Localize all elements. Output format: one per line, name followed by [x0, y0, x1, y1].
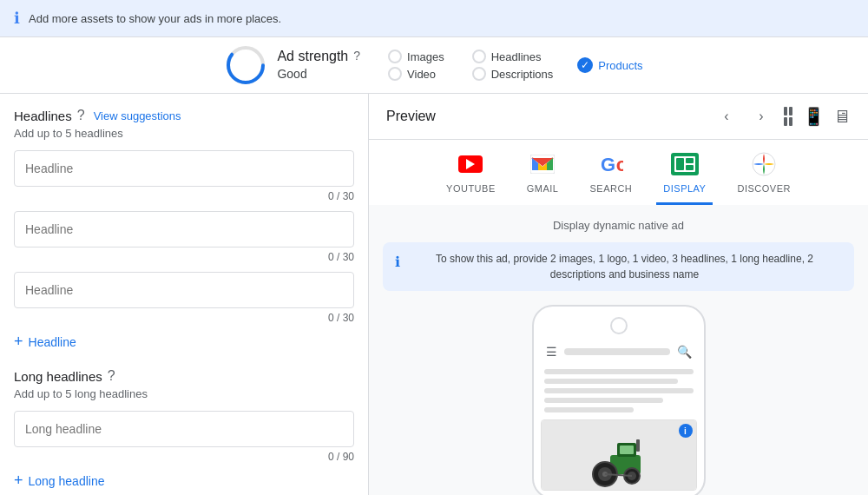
- display-label: DISPLAY: [663, 183, 706, 194]
- radio-circle-descriptions: [472, 67, 486, 81]
- content-lines: [541, 369, 697, 412]
- headlines-title: Headlines: [14, 109, 72, 123]
- headline-input-3-wrapper: [14, 272, 354, 308]
- content-line-5: [544, 407, 634, 412]
- discover-label: DISCOVER: [737, 183, 790, 194]
- headline-input-3[interactable]: [14, 272, 354, 308]
- next-arrow[interactable]: ›: [749, 104, 773, 129]
- info-box-icon: ℹ: [395, 252, 400, 273]
- content-line-4: [544, 398, 664, 403]
- long-headlines-help-icon[interactable]: ?: [108, 368, 115, 384]
- products-check: ✓ Products: [577, 57, 642, 73]
- view-suggestions-link[interactable]: View suggestions: [94, 109, 181, 122]
- left-panel: Headlines ? View suggestions Add up to 5…: [0, 94, 369, 495]
- long-headlines-subtitle: Add up to 5 long headlines: [14, 387, 354, 400]
- ad-card-image: i: [542, 420, 696, 490]
- info-icon: ℹ: [14, 9, 20, 28]
- add-long-headline-button[interactable]: + Long headline: [14, 472, 354, 490]
- platform-tabs: YOUTUBE: [369, 140, 868, 205]
- search-platform-icon: Google: [597, 150, 625, 178]
- youtube-label: YOUTUBE: [446, 183, 496, 194]
- headline-input-2[interactable]: [14, 211, 354, 248]
- products-label: Products: [598, 59, 642, 72]
- tab-display[interactable]: DISPLAY: [656, 150, 713, 205]
- gmail-icon: [529, 150, 556, 178]
- radio-descriptions[interactable]: Descriptions: [472, 67, 554, 81]
- hamburger-icon: ☰: [546, 345, 557, 359]
- grid-view-icon[interactable]: [784, 107, 792, 126]
- content-line-2: [544, 379, 679, 384]
- tab-gmail[interactable]: GMAIL: [520, 150, 566, 205]
- long-headline-input-1[interactable]: [14, 411, 354, 447]
- headline-input-1[interactable]: [14, 150, 354, 187]
- info-box: ℹ To show this ad, provide 2 images, 1 l…: [383, 242, 854, 291]
- preview-header: Preview ‹ › 📱 🖥: [369, 94, 868, 140]
- youtube-icon: [457, 150, 484, 178]
- content-line-3: [544, 388, 694, 393]
- preview-content: Display dynamic native ad ℹ To show this…: [369, 205, 868, 495]
- long-headlines-title: Long headlines: [14, 369, 102, 384]
- products-check-icon: ✓: [577, 57, 593, 73]
- phone-notch: [610, 317, 628, 334]
- radio-circle-video: [388, 67, 402, 81]
- add-headline-label: Headline: [29, 335, 76, 349]
- tractor-illustration: [584, 429, 654, 490]
- long-headlines-title-row: Long headlines ?: [14, 368, 354, 384]
- headline-input-1-wrapper: [14, 150, 354, 187]
- ad-strength-help[interactable]: ?: [353, 48, 360, 65]
- ad-strength-label: Ad strength: [277, 47, 348, 66]
- headlines-title-row: Headlines ? View suggestions: [14, 108, 354, 123]
- main-layout: Headlines ? View suggestions Add up to 5…: [0, 94, 868, 495]
- phone-search-bar: [564, 348, 670, 355]
- radio-images-label: Images: [407, 50, 444, 63]
- long-headline-1-char-count: 0 / 90: [14, 451, 354, 463]
- radio-circle-images: [388, 50, 402, 63]
- mobile-device-icon[interactable]: 📱: [803, 106, 825, 127]
- tab-search[interactable]: Google SEARCH: [582, 150, 639, 205]
- svg-rect-15: [620, 446, 634, 454]
- discover-icon: [750, 150, 778, 178]
- phone-search-icon: 🔍: [677, 345, 692, 359]
- radio-video-label: Video: [407, 68, 436, 81]
- device-icons: 📱 🖥: [803, 106, 851, 127]
- radio-circle-headlines: [472, 50, 486, 63]
- radio-images[interactable]: Images: [388, 50, 444, 63]
- prev-arrow[interactable]: ‹: [714, 104, 739, 129]
- header-bar: Ad strength ? Good Images Video Headline…: [0, 37, 868, 94]
- svg-rect-9: [676, 158, 684, 170]
- svg-rect-11: [686, 165, 694, 170]
- tab-youtube[interactable]: YOUTUBE: [439, 150, 503, 205]
- headlines-section: Headlines ? View suggestions Add up to 5…: [14, 108, 354, 351]
- add-headline-button[interactable]: + Headline: [14, 333, 354, 351]
- desktop-device-icon[interactable]: 🖥: [833, 107, 851, 127]
- ad-info-badge: i: [679, 424, 693, 438]
- radio-headlines[interactable]: Headlines: [472, 50, 554, 63]
- add-long-headline-label: Long headline: [29, 474, 105, 488]
- long-headlines-section: Long headlines ? Add up to 5 long headli…: [14, 368, 354, 490]
- radio-headlines-label: Headlines: [491, 50, 542, 63]
- tab-discover[interactable]: DISCOVER: [730, 150, 797, 205]
- top-banner: ℹ Add more assets to show your ads in mo…: [0, 0, 868, 37]
- banner-text: Add more assets to show your ads in more…: [29, 12, 281, 25]
- headline-2-char-count: 0 / 30: [14, 251, 354, 263]
- headlines-help-icon[interactable]: ?: [77, 108, 85, 123]
- radio-group-1: Images Video: [388, 50, 444, 81]
- right-panel: Preview ‹ › 📱 🖥 YOUTUBE: [369, 94, 868, 495]
- add-headline-plus: +: [14, 333, 23, 351]
- display-icon: [671, 150, 699, 178]
- radio-video[interactable]: Video: [388, 67, 444, 81]
- info-box-text: To show this ad, provide 2 images, 1 log…: [407, 251, 842, 282]
- headline-3-char-count: 0 / 30: [14, 312, 354, 324]
- gmail-label: GMAIL: [527, 183, 559, 194]
- radio-group-2: Headlines Descriptions: [472, 50, 554, 81]
- content-line-1: [544, 369, 694, 374]
- svg-rect-21: [636, 439, 640, 452]
- phone-toolbar: ☰ 🔍: [541, 341, 697, 362]
- ad-strength-text: Ad strength ? Good: [277, 47, 360, 83]
- headline-input-2-wrapper: [14, 211, 354, 248]
- phone-mockup: ☰ 🔍: [532, 305, 706, 495]
- ad-type-label: Display dynamic native ad: [383, 219, 854, 232]
- headlines-subtitle: Add up to 5 headlines: [14, 127, 354, 140]
- preview-title: Preview: [386, 109, 704, 124]
- headline-1-char-count: 0 / 30: [14, 190, 354, 202]
